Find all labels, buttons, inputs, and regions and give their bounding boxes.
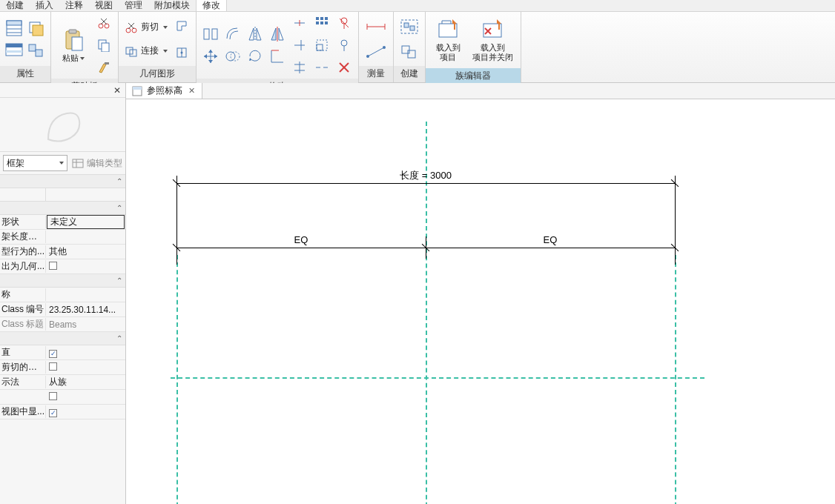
panel-title-create: 创建 [394,66,425,82]
svg-rect-13 [72,37,82,50]
edit-type-button[interactable]: 编辑类型 [72,157,122,170]
svg-rect-20 [105,62,109,64]
pin-icon[interactable] [334,36,354,55]
checkbox[interactable] [49,350,57,358]
property-row[interactable]: 示法从族 [0,375,125,390]
svg-rect-43 [316,17,319,20]
section-collapse-icon[interactable]: ⌃ [116,177,122,185]
ref-plane-horizontal[interactable] [171,377,704,379]
delete-icon[interactable] [334,58,354,77]
svg-rect-46 [316,21,319,24]
eq-label-right[interactable]: EQ [544,234,558,245]
ref-plane-left-vertical[interactable] [176,255,178,504]
checkbox[interactable] [49,392,57,400]
scale-icon[interactable] [312,36,331,55]
checkbox[interactable] [49,362,57,371]
mirror-draw-icon[interactable] [268,24,287,44]
svg-point-36 [226,52,235,61]
view-tab[interactable]: 参照标高 ✕ [126,83,202,99]
array-icon[interactable] [312,13,331,33]
checkbox[interactable] [49,409,57,417]
trim-multi-icon[interactable] [290,58,309,77]
section-collapse-icon[interactable]: ⌃ [116,334,122,342]
property-row[interactable]: 视图中显... [0,405,125,420]
match-type-icon[interactable] [94,58,113,77]
load-into-project-close-button[interactable]: 载入到项目并关闭 [469,13,516,67]
svg-rect-71 [401,20,417,33]
tab-insert[interactable]: 插入 [30,0,59,11]
family-types-icon[interactable] [4,41,24,60]
trim-corner-icon[interactable] [268,47,287,66]
ref-plane-right-vertical[interactable] [675,255,676,504]
view-plan-icon [132,86,142,96]
svg-rect-1 [7,21,22,25]
svg-rect-19 [102,43,109,52]
svg-rect-31 [212,29,217,39]
create-group-icon[interactable] [398,17,420,36]
svg-rect-5 [6,44,22,47]
type-properties-icon[interactable] [27,19,46,38]
section-collapse-icon[interactable]: ⌃ [116,204,122,212]
properties-close-icon[interactable]: ✕ [112,85,122,96]
rotate-icon[interactable] [245,47,265,66]
checkbox[interactable] [49,262,57,270]
mirror-axis-icon[interactable] [245,24,265,44]
cope-icon[interactable] [172,16,191,36]
unpin-icon[interactable] [334,13,354,33]
property-row[interactable]: 架长度舍入 [0,230,125,245]
offset-icon[interactable] [223,24,242,44]
tab-create[interactable]: 创建 [0,0,30,11]
properties-palette: ✕ 框架 编辑类型 ⌃ ⌃ 形状未定义 架长度舍入 型行为的...其他 出为几何… [0,83,126,504]
type-selector[interactable]: 框架 [3,155,67,171]
section-collapse-icon[interactable]: ⌃ [116,276,122,285]
cut-geometry-button[interactable]: 剪切 [123,19,169,36]
svg-rect-30 [204,29,209,39]
copy-clipboard-icon[interactable] [94,36,113,55]
panel-title-family-editor: 族编辑器 [426,68,521,84]
join-geometry-button[interactable]: 连接 [123,43,169,59]
split-face-icon[interactable] [172,43,191,62]
dimension-icon[interactable] [363,42,389,62]
tab-view[interactable]: 视图 [89,0,119,11]
cut-clipboard-icon[interactable] [94,13,113,33]
tab-addins[interactable]: 附加模块 [148,0,196,11]
property-grid: ⌃ ⌃ 形状未定义 架长度舍入 型行为的...其他 出为几何... ⌃ 称 Cl… [0,175,125,504]
paste-button[interactable]: 粘贴 [56,19,91,72]
property-row[interactable] [0,390,125,405]
move-icon[interactable] [201,47,220,66]
copy-icon[interactable] [223,47,242,66]
tab-manage[interactable]: 管理 [119,0,148,11]
panel-title-measure: 测量 [359,66,393,82]
svg-rect-45 [325,17,328,20]
property-row[interactable]: 直 [0,345,125,360]
svg-rect-8 [33,25,43,36]
tab-modify[interactable]: 修改 [196,0,227,11]
split-icon[interactable] [290,13,309,33]
panel-create: 创建 [394,12,426,82]
load-into-project-button[interactable]: 载入到项目 [430,13,466,67]
svg-rect-73 [410,26,415,30]
property-row[interactable]: 剪切的空心 [0,360,125,375]
drawing-canvas[interactable]: 长度 = 3000 EQ EQ [126,99,835,504]
dimension-label[interactable]: 长度 = 3000 [400,169,452,182]
view-tab-close-icon[interactable]: ✕ [187,87,196,96]
eq-label-left[interactable]: EQ [294,234,308,245]
property-row[interactable]: Class 编号23.25.30.11.14... [0,302,125,317]
property-row[interactable]: 出为几何... [0,259,125,274]
property-row[interactable]: 称 [0,288,125,302]
property-row[interactable]: 型行为的...其他 [0,245,125,259]
measure-icon[interactable] [363,17,389,36]
create-similar-icon[interactable] [398,42,420,62]
property-row[interactable]: 形状未定义 [0,215,125,230]
align-icon[interactable] [201,24,220,44]
split-gap-icon[interactable] [312,58,331,77]
trim-single-icon[interactable] [290,36,309,55]
panel-modify: 修改 [197,12,359,82]
svg-rect-6 [6,50,22,53]
family-category-icon[interactable] [27,41,46,60]
svg-line-68 [368,47,384,56]
properties-icon[interactable] [4,19,24,38]
tab-annotate[interactable]: 注释 [59,0,89,11]
panel-family-editor: 载入到项目 载入到项目并关闭 族编辑器 [426,12,521,82]
property-row[interactable]: Class 标题Beams [0,317,125,332]
